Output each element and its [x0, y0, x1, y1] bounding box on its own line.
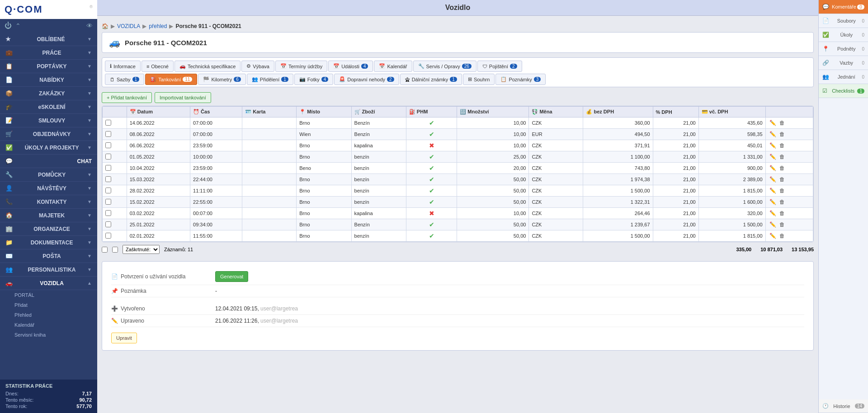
sidebar-item-ukoly[interactable]: ✅ ÚKOLY A PROJEKTY ▼	[0, 141, 97, 155]
rp-komentare[interactable]: 💬 Komentáře 0	[819, 0, 868, 14]
row-delete-button[interactable]: 🗑	[778, 221, 786, 228]
row-checkbox[interactable]	[105, 131, 111, 137]
tab-poznamky[interactable]: 📋 Poznámky 3	[495, 74, 546, 85]
row-delete-button[interactable]: 🗑	[778, 142, 786, 149]
import-tankovani-button[interactable]: Importovat tankování	[155, 92, 211, 103]
tab-souhrn[interactable]: ⊞ Souhrn	[463, 74, 495, 85]
sidebar-item-nabidky[interactable]: 📄 NABÍDKY ▼	[0, 73, 97, 87]
sidebar-item-dokumentace[interactable]: 📁 DOKUMENTACE ▼	[0, 236, 97, 249]
row-edit-button[interactable]: ✏️	[769, 188, 777, 194]
rp-podnety[interactable]: 📍 Podněty 0	[819, 42, 868, 56]
tab-sazby[interactable]: 🗒 Sazby 1	[105, 74, 144, 85]
sidebar-item-pomucky[interactable]: 🔧 POMŮCKY ▼	[0, 168, 97, 182]
row-checkbox[interactable]	[105, 210, 111, 216]
sidebar-subitem-pridat[interactable]: Přidat	[0, 300, 97, 310]
row-checkbox[interactable]	[105, 233, 111, 239]
col-karta[interactable]: 🪪 Karta	[242, 107, 297, 117]
row-checkbox[interactable]	[105, 154, 111, 160]
tab-kilometry[interactable]: 🏁 Kilometry 6	[198, 74, 245, 85]
row-delete-button[interactable]: 🗑	[778, 188, 786, 194]
rp-ukoly[interactable]: ✅ Úkoly 0	[819, 28, 868, 42]
row-checkbox-cell[interactable]	[103, 219, 127, 230]
zacrtnute-select[interactable]: Zaškrtnuté:	[123, 245, 160, 254]
rp-soubory[interactable]: 📄 Soubory 0	[819, 14, 868, 28]
row-checkbox-cell[interactable]	[103, 140, 127, 151]
row-checkbox[interactable]	[105, 120, 111, 126]
tab-informace[interactable]: ℹ Informace	[105, 61, 141, 72]
deselect-all-checkbox[interactable]	[112, 247, 118, 253]
col-mena[interactable]: 💱 Měna	[529, 107, 583, 117]
row-edit-button[interactable]: ✏️	[769, 176, 777, 183]
row-checkbox[interactable]	[105, 221, 111, 227]
sidebar-item-kontakty[interactable]: 📞 KONTAKTY ▼	[0, 195, 97, 209]
rp-checklists[interactable]: ☑ Checklists 1	[819, 84, 868, 98]
col-pct-dph[interactable]: % DPH	[653, 107, 698, 117]
row-edit-button[interactable]: ✏️	[769, 165, 777, 171]
row-delete-button[interactable]: 🗑	[778, 120, 786, 126]
col-mnozstvi[interactable]: 🔢 Množství	[457, 107, 529, 117]
row-edit-button[interactable]: ✏️	[769, 131, 777, 137]
tab-kalendar[interactable]: 📅 Kalendář	[374, 61, 412, 72]
row-delete-button[interactable]: 🗑	[778, 176, 786, 183]
sidebar-item-chat[interactable]: 💬 CHAT	[0, 155, 97, 168]
row-checkbox[interactable]	[105, 142, 111, 148]
sidebar-item-navstevy[interactable]: 👤 NÁVŠTĚVY ▼	[0, 182, 97, 195]
col-zbozi[interactable]: 🛒 Zboží	[351, 107, 406, 117]
sidebar-item-objednavky[interactable]: 🛒 OBJEDNÁVKY ▼	[0, 127, 97, 141]
row-delete-button[interactable]: 🗑	[778, 154, 786, 160]
tab-vybava[interactable]: ⚙ Výbava	[241, 61, 274, 72]
rp-historie[interactable]: 🕐 Historie 14	[819, 399, 868, 413]
add-tankovani-button[interactable]: + Přidat tankování	[102, 92, 152, 103]
col-bez-dph[interactable]: 💰 bez DPH	[583, 107, 653, 117]
row-checkbox[interactable]	[105, 199, 111, 205]
tab-obecne[interactable]: ≡ Obecné	[142, 61, 174, 72]
row-delete-button[interactable]: 🗑	[778, 199, 786, 205]
row-checkbox[interactable]	[105, 188, 111, 193]
sidebar-item-oblibene[interactable]: ★ OBLÍBENÉ ▼	[0, 33, 97, 46]
col-datum[interactable]: 📅 Datum	[127, 107, 190, 117]
tab-terminy[interactable]: 📅 Termíny údržby	[275, 61, 327, 72]
col-phm[interactable]: ⛽ PHM	[406, 107, 457, 117]
row-checkbox[interactable]	[105, 176, 111, 182]
tab-dalnicni[interactable]: 🛣 Dálniční známky 1	[400, 74, 462, 85]
collapse-icon[interactable]: ⌃	[15, 22, 21, 29]
sidebar-item-majetek[interactable]: 🏠 MAJETEK ▼	[0, 209, 97, 222]
sidebar-item-organizace[interactable]: 🏢 ORGANIZACE ▼	[0, 222, 97, 236]
tab-technicka[interactable]: 🚗 Technická specifikace	[175, 61, 241, 72]
breadcrumb-vozidla[interactable]: VOZIDLA	[117, 23, 140, 29]
row-checkbox-cell[interactable]	[103, 230, 127, 242]
row-checkbox-cell[interactable]	[103, 163, 127, 174]
row-edit-button[interactable]: ✏️	[769, 154, 777, 160]
col-misto[interactable]: 📍 Místo	[297, 107, 351, 117]
row-edit-button[interactable]: ✏️	[769, 120, 777, 126]
row-checkbox-cell[interactable]	[103, 151, 127, 163]
row-checkbox-cell[interactable]	[103, 197, 127, 208]
row-edit-button[interactable]: ✏️	[769, 221, 777, 228]
row-checkbox-cell[interactable]	[103, 117, 127, 129]
row-delete-button[interactable]: 🗑	[778, 131, 786, 137]
tab-servis[interactable]: 🔧 Servis / Opravy 26	[413, 61, 476, 72]
upravit-button[interactable]: Upravit	[111, 333, 137, 343]
col-vc-dph[interactable]: 💳 vč. DPH	[698, 107, 765, 117]
sidebar-item-prace[interactable]: 💼 PRÁCE ▼	[0, 46, 97, 60]
breadcrumb-prehled[interactable]: přehled	[149, 23, 167, 29]
tab-pojisteni[interactable]: 🛡 Pojištění 2	[477, 61, 522, 72]
eye-icon[interactable]: 👁	[86, 22, 93, 29]
power-icon[interactable]: ⏻	[5, 22, 12, 30]
row-checkbox-cell[interactable]	[103, 174, 127, 185]
tab-tankovani[interactable]: ⛽ Tankování 11	[145, 74, 197, 85]
row-checkbox[interactable]	[105, 165, 111, 171]
sidebar-item-personalistika[interactable]: 👥 PERSONALISTIKA ▼	[0, 263, 97, 277]
row-edit-button[interactable]: ✏️	[769, 210, 777, 216]
row-delete-button[interactable]: 🗑	[778, 210, 786, 216]
sidebar-item-zakazky[interactable]: 📦 ZAKÁZKY ▼	[0, 87, 97, 100]
home-icon[interactable]: 🏠	[102, 23, 108, 29]
row-edit-button[interactable]: ✏️	[769, 142, 777, 149]
select-all-checkbox[interactable]	[102, 247, 108, 253]
row-delete-button[interactable]: 🗑	[778, 233, 786, 239]
sidebar-subitem-portal[interactable]: PORTÁL	[0, 290, 97, 300]
sidebar-subitem-prehled[interactable]: Přehled	[0, 310, 97, 320]
generovat-button[interactable]: Generovat	[215, 271, 248, 282]
tab-dopravni[interactable]: 🚨 Dopravní nehody 2	[334, 74, 399, 85]
rp-vazby[interactable]: 🔗 Vazby 0	[819, 56, 868, 70]
